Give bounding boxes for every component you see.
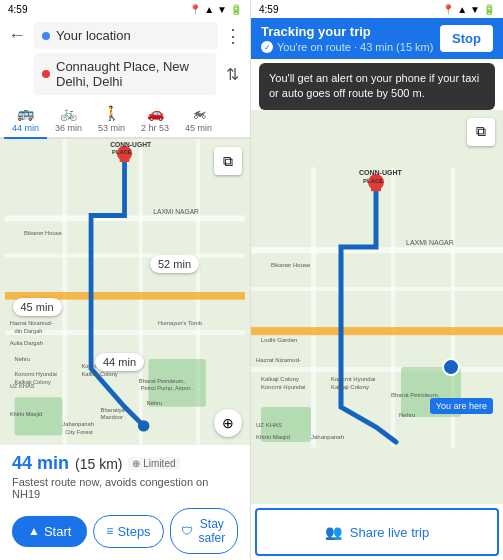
svg-text:Aulia Dargah: Aulia Dargah (10, 340, 43, 346)
route-time: 44 min (12, 453, 69, 474)
destination-dot (42, 70, 50, 78)
svg-text:Bikaner House: Bikaner House (271, 262, 311, 268)
bottom-info-left: 44 min (15 km) ⊕ Limited Fastest route n… (0, 445, 250, 560)
svg-text:Bharat Petroleum,: Bharat Petroleum, (391, 392, 440, 398)
origin-row: ← Your location ⋮ (8, 22, 242, 49)
svg-text:PLACE: PLACE (363, 178, 383, 184)
svg-text:Nehru: Nehru (399, 412, 415, 418)
compass-button[interactable]: ⊕ (214, 409, 242, 437)
alert-tooltip: You'll get an alert on your phone if you… (259, 63, 495, 110)
route-info: 44 min (15 km) ⊕ Limited (12, 453, 238, 474)
svg-text:Khirki Masjid: Khirki Masjid (10, 411, 42, 417)
car-time: 2 hr 53 (141, 123, 169, 133)
svg-text:City Forest: City Forest (65, 429, 93, 435)
start-button[interactable]: ▲ Start (12, 516, 87, 547)
status-icons-right: 📍 ▲ ▼ 🔋 (442, 4, 495, 15)
people-icon: 👥 (325, 524, 342, 540)
svg-text:Koncrnt Hyundai: Koncrnt Hyundai (331, 376, 375, 382)
destination-row: Connaught Place, New Delhi, Delhi ⇅ (8, 53, 242, 95)
layers-button[interactable]: ⧉ (214, 147, 242, 175)
svg-text:Kalkaji Colony: Kalkaji Colony (331, 384, 369, 390)
status-icons-left: 📍 ▲ ▼ 🔋 (189, 4, 242, 15)
svg-text:Bharat Petroleum,: Bharat Petroleum, (139, 378, 186, 384)
destination-text: Connaught Place, New Delhi, Delhi (56, 59, 208, 89)
tracking-bar: Tracking your trip You're on route · 43 … (251, 18, 503, 59)
tab-bike[interactable]: 🚲 36 min (47, 101, 90, 137)
tracking-info: Tracking your trip You're on route · 43 … (261, 24, 434, 53)
svg-rect-38 (251, 287, 503, 291)
svg-text:din Dargah: din Dargah (15, 328, 43, 334)
action-buttons: ▲ Start ≡ Steps 🛡 Stay safer (12, 508, 238, 554)
layers-button-right[interactable]: ⧉ (467, 118, 495, 146)
map-area-left[interactable]: CONN-UGHT PLACE LAXMI NAGAR Bikaner Hous… (0, 139, 250, 445)
svg-text:CONN-UGHT: CONN-UGHT (359, 169, 402, 176)
svg-text:Hazrat Nizamud-: Hazrat Nizamud- (256, 357, 301, 363)
svg-text:UZ KHAS: UZ KHAS (256, 422, 282, 428)
svg-rect-41 (391, 167, 395, 447)
signal-icon-right: ▲ (457, 4, 467, 15)
route-desc: Fastest route now, avoids congestion on … (12, 476, 238, 500)
tab-car[interactable]: 🚗 2 hr 53 (133, 101, 177, 137)
time-right: 4:59 (259, 4, 278, 15)
left-panel: 4:59 📍 ▲ ▼ 🔋 ← Your location ⋮ Connaught… (0, 0, 251, 560)
share-bar: 👥 Share live trip (255, 508, 499, 556)
status-bar-left: 4:59 📍 ▲ ▼ 🔋 (0, 0, 250, 18)
svg-text:Humayun's Tomb: Humayun's Tomb (158, 320, 202, 326)
stay-safer-button[interactable]: 🛡 Stay safer (170, 508, 238, 554)
svg-point-14 (138, 420, 149, 431)
svg-text:Bharatiya: Bharatiya (101, 407, 126, 413)
svg-text:Jahanpanah: Jahanpanah (62, 421, 93, 427)
svg-text:Koncrnt Hyundai: Koncrnt Hyundai (261, 384, 305, 390)
svg-text:LAXMI NAGAR: LAXMI NAGAR (406, 239, 454, 246)
tracking-status: You're on route · 43 min (15 km) (261, 41, 434, 53)
tab-moto[interactable]: 🏍 45 min (177, 101, 220, 137)
menu-button[interactable]: ⋮ (224, 25, 242, 47)
steps-button[interactable]: ≡ Steps (93, 515, 163, 548)
svg-text:Petrol Pump, Airpor..: Petrol Pump, Airpor.. (141, 385, 194, 391)
svg-text:Nehru: Nehru (15, 356, 31, 362)
moto-time: 45 min (185, 123, 212, 133)
stop-button[interactable]: Stop (440, 25, 493, 52)
svg-text:Bikaner House: Bikaner House (24, 230, 62, 236)
bus-icon: 🚌 (17, 105, 34, 121)
bus-time: 44 min (12, 123, 39, 133)
map-area-right[interactable]: CONN-UGHT PLACE LAXMI NAGAR Bikaner Hous… (251, 110, 503, 504)
signal-icon: ▲ (204, 4, 214, 15)
tracking-title: Tracking your trip (261, 24, 434, 39)
start-arrow-icon: ▲ (28, 524, 40, 538)
route-dist: (15 km) (75, 456, 122, 472)
shield-icon: 🛡 (181, 524, 193, 538)
walk-icon: 🚶 (103, 105, 120, 121)
svg-point-50 (443, 359, 459, 375)
destination-input[interactable]: Connaught Place, New Delhi, Delhi (34, 53, 216, 95)
status-bar-right: 4:59 📍 ▲ ▼ 🔋 (251, 0, 503, 18)
origin-input[interactable]: Your location (34, 22, 218, 49)
location-icon-right: 📍 (442, 4, 454, 15)
map-container-left: CONN-UGHT PLACE LAXMI NAGAR Bikaner Hous… (0, 139, 250, 445)
svg-text:PLACE: PLACE (112, 149, 132, 155)
car-icon: 🚗 (147, 105, 164, 121)
location-icon: 📍 (189, 4, 201, 15)
walk-time: 53 min (98, 123, 125, 133)
svg-text:Jahanpanah: Jahanpanah (311, 434, 344, 440)
map-container-right: CONN-UGHT PLACE LAXMI NAGAR Bikaner Hous… (251, 110, 503, 504)
svg-text:Koncrnt Hyundai: Koncrnt Hyundai (15, 371, 57, 377)
right-panel: 4:59 📍 ▲ ▼ 🔋 Tracking your trip You're o… (251, 0, 503, 560)
wifi-icon-right: ▼ (470, 4, 480, 15)
alert-text: You'll get an alert on your phone if you… (269, 72, 479, 99)
bike-icon: 🚲 (60, 105, 77, 121)
svg-text:Mazdoor: Mazdoor (101, 414, 123, 420)
badge-44min: 44 min (95, 353, 144, 371)
origin-dot (42, 32, 50, 40)
share-live-trip-button[interactable]: 👥 Share live trip (269, 520, 485, 544)
back-button[interactable]: ← (8, 25, 28, 46)
svg-text:Kalkaji Colony: Kalkaji Colony (81, 371, 117, 377)
svg-text:Nehru: Nehru (147, 400, 163, 406)
svg-rect-43 (251, 327, 503, 335)
origin-text: Your location (56, 28, 131, 43)
svg-text:Khirki Masjid: Khirki Masjid (256, 434, 290, 440)
bike-time: 36 min (55, 123, 82, 133)
tab-bus[interactable]: 🚌 44 min (4, 101, 47, 139)
swap-button[interactable]: ⇅ (222, 65, 242, 84)
tab-walk[interactable]: 🚶 53 min (90, 101, 133, 137)
